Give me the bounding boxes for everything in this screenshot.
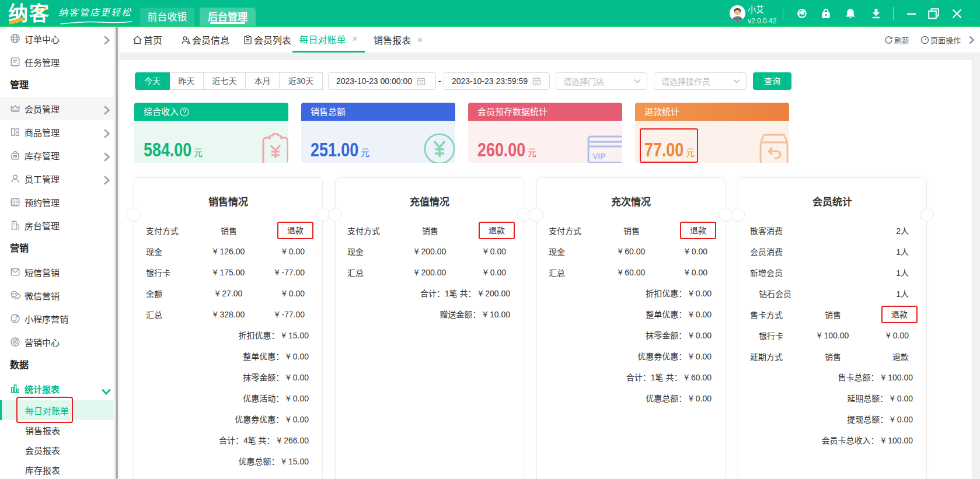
svg-text:VIP: VIP [592, 152, 606, 161]
